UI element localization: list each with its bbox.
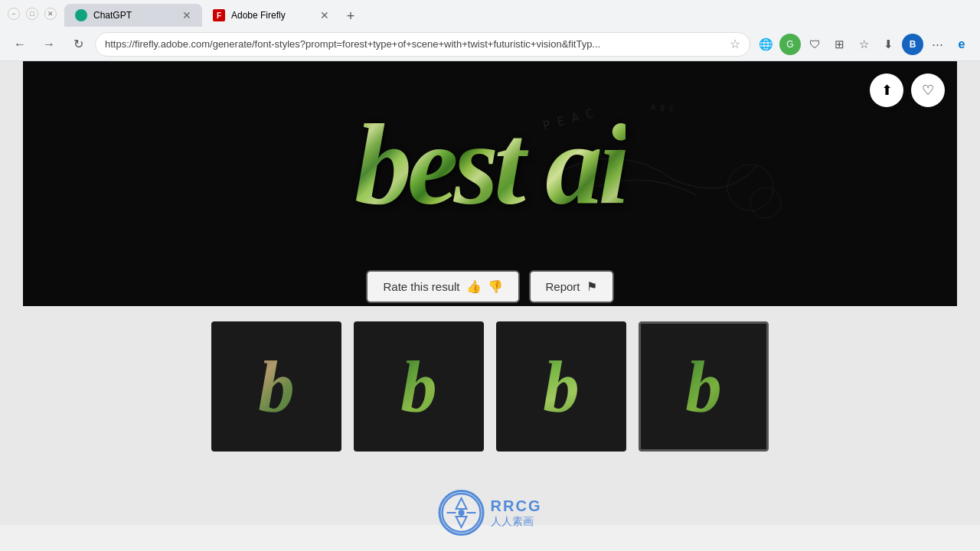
nav-bar: ← → ↻ https://firefly.adobe.com/generate…	[0, 28, 980, 61]
new-tab-button[interactable]: +	[340, 5, 361, 27]
thumb-letter-1: b	[258, 344, 295, 429]
report-button[interactable]: Report ⚑	[529, 270, 614, 303]
more-icon[interactable]: ⋯	[926, 34, 948, 55]
tab-chatgpt[interactable]: ChatGPT ✕	[64, 4, 202, 27]
edge-icon[interactable]: e	[951, 34, 972, 55]
minimize-button[interactable]: −	[8, 8, 20, 20]
thumbnail-4[interactable]: b	[639, 321, 769, 452]
firefly-favicon: F	[213, 9, 225, 21]
tablet-icon[interactable]: ⊞	[828, 34, 850, 55]
tab-firefly[interactable]: F Adobe Firefly ✕	[202, 4, 340, 27]
window-controls: − □ ✕	[8, 8, 57, 20]
chatgpt-favicon	[75, 9, 87, 21]
browser-chrome: − □ ✕ ChatGPT ✕ F Adobe Firefly ✕ + ← → …	[0, 0, 980, 61]
profile-icon[interactable]: B	[902, 34, 923, 55]
extensions-icon[interactable]: G	[779, 34, 801, 55]
thumbup-icon: 👍	[466, 279, 482, 294]
shield-icon[interactable]: 🛡	[804, 34, 825, 55]
address-bar[interactable]: https://firefly.adobe.com/generate/font-…	[95, 32, 750, 57]
svg-marker-7	[456, 517, 467, 527]
url-text: https://firefly.adobe.com/generate/font-…	[105, 38, 724, 50]
chatgpt-tab-close[interactable]: ✕	[182, 9, 191, 21]
back-button[interactable]: ←	[8, 32, 32, 57]
report-label: Report	[546, 280, 580, 293]
rate-result-label: Rate this result	[383, 280, 459, 293]
watermark-text: RRCG 人人素画	[491, 497, 542, 529]
download-icon[interactable]: ⬇	[877, 34, 899, 55]
chatgpt-tab-title: ChatGPT	[93, 10, 176, 21]
hero-text: best ai	[354, 107, 626, 222]
globe-icon[interactable]: 🌐	[755, 34, 776, 55]
svg-marker-6	[456, 498, 467, 509]
thumbnail-3[interactable]: b	[496, 321, 626, 452]
main-image-area: ⬆ ♡ P E A C 0 0 D A 8 C best ai Rate	[23, 61, 957, 306]
page-content: ⬆ ♡ P E A C 0 0 D A 8 C best ai Rate	[0, 61, 980, 525]
thumbnail-2[interactable]: b	[354, 321, 484, 452]
forward-button[interactable]: →	[37, 32, 61, 57]
watermark: RRCG 人人素画	[439, 490, 542, 536]
thumb-letter-3: b	[543, 344, 580, 429]
title-bar: − □ ✕ ChatGPT ✕ F Adobe Firefly ✕ +	[0, 0, 980, 28]
watermark-logo	[439, 490, 485, 536]
svg-point-10	[459, 510, 465, 516]
bookmark-icon[interactable]: ☆	[730, 37, 740, 51]
firefly-tab-title: Adobe Firefly	[231, 10, 314, 21]
tabs-row: ChatGPT ✕ F Adobe Firefly ✕ +	[64, 1, 972, 27]
thumb-letter-4: b	[685, 344, 722, 429]
action-buttons: Rate this result 👍 👎 Report ⚑	[366, 270, 613, 303]
maximize-button[interactable]: □	[26, 8, 38, 20]
firefly-tab-close[interactable]: ✕	[320, 9, 329, 21]
star-icon[interactable]: ☆	[853, 34, 874, 55]
rate-result-button[interactable]: Rate this result 👍 👎	[366, 270, 519, 303]
thumbnails-area: b b b b	[0, 306, 980, 467]
hero-text-container: P E A C 0 0 D A 8 C best ai	[23, 65, 957, 264]
svg-point-4	[750, 187, 781, 218]
refresh-button[interactable]: ↻	[66, 32, 90, 57]
nav-icons: 🌐 G 🛡 ⊞ ☆ ⬇ B ⋯ e	[755, 34, 972, 55]
thumbdown-icon: 👎	[488, 279, 503, 294]
close-button[interactable]: ✕	[44, 8, 57, 20]
svg-text:A 8 C: A 8 C	[651, 103, 675, 113]
thumbnail-1[interactable]: b	[211, 321, 341, 452]
thumb-letter-2: b	[400, 344, 437, 429]
flag-icon: ⚑	[586, 279, 597, 294]
